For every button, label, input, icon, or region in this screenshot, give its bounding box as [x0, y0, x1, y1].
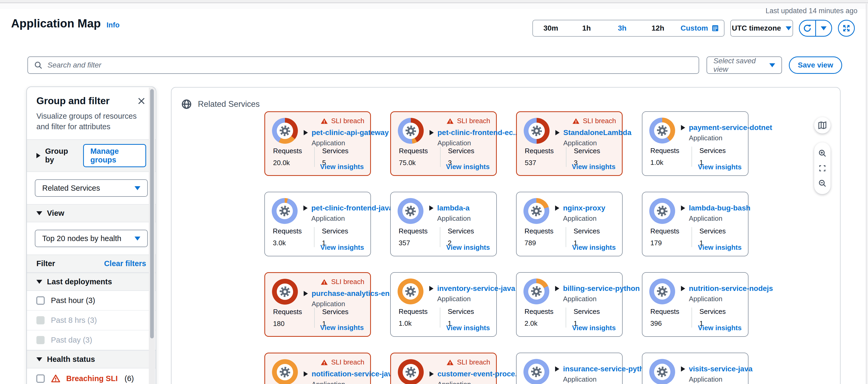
view-insights-link[interactable]: View insights	[320, 163, 364, 171]
view-insights-link[interactable]: View insights	[572, 163, 616, 171]
chevron-right-icon[interactable]	[555, 286, 559, 291]
chevron-right-icon[interactable]	[430, 130, 434, 135]
view-insights-link[interactable]: View insights	[572, 244, 616, 252]
chevron-right-icon[interactable]	[304, 130, 308, 135]
manage-groups-button[interactable]: Manage groups	[83, 144, 146, 167]
chevron-right-icon[interactable]	[681, 125, 685, 130]
service-card[interactable]: lambda-aApplicationRequests357Services2V…	[390, 192, 497, 256]
chevron-right-icon[interactable]	[681, 286, 685, 291]
time-range-12h[interactable]: 12h	[640, 24, 676, 32]
requests-label: Requests	[399, 147, 433, 155]
save-view-button[interactable]: Save view	[789, 57, 842, 74]
service-card[interactable]: SLI breachpet-clinic-api-gatewayApplicat…	[265, 111, 371, 176]
search-input[interactable]: Search and filter	[27, 57, 699, 74]
time-range-custom[interactable]: Custom	[676, 24, 724, 32]
checkbox[interactable]	[36, 375, 44, 383]
view-section-header[interactable]: View	[27, 204, 156, 222]
chevron-right-icon[interactable]	[681, 366, 685, 372]
service-name-link[interactable]: visits-service-java	[681, 365, 752, 373]
fullscreen-button[interactable]	[838, 20, 855, 37]
service-name-link[interactable]: inventory-service-java	[429, 284, 515, 293]
view-select[interactable]: Top 20 nodes by health	[35, 230, 148, 247]
checkbox[interactable]	[36, 296, 44, 305]
service-name-link[interactable]: notification-service-java	[304, 370, 396, 378]
service-name-link[interactable]: purchase-analytics-en...	[304, 289, 396, 298]
chevron-right-icon[interactable]	[555, 130, 560, 135]
deployment-filter-row[interactable]: Past day (3)	[27, 330, 156, 350]
service-name-link[interactable]: pet-clinic-frontend-ec...	[430, 128, 519, 137]
chevron-right-icon[interactable]	[555, 205, 559, 211]
minimap-toggle-button[interactable]	[814, 117, 831, 133]
service-card[interactable]: SLI breachStandaloneLambdaApplicationReq…	[516, 111, 623, 176]
view-insights-link[interactable]: View insights	[698, 163, 742, 171]
service-name: notification-service-java	[312, 370, 396, 378]
group-by-select[interactable]: Related Services	[35, 179, 148, 197]
service-card[interactable]: visits-service-javaApplicationRequestsSe…	[642, 353, 748, 384]
view-insights-link[interactable]: View insights	[698, 324, 742, 332]
service-card[interactable]: lambda-bug-bashApplicationRequests179Ser…	[642, 192, 748, 256]
deployment-filter-row[interactable]: Past 8 hrs (3)	[27, 311, 156, 330]
service-card[interactable]: SLI breachcustomer-event-proce...Applica…	[390, 353, 497, 384]
service-card[interactable]: payment-service-dotnetApplicationRequest…	[642, 111, 748, 176]
view-insights-link[interactable]: View insights	[572, 324, 616, 332]
window-scrollbar[interactable]	[866, 4, 868, 384]
timezone-dropdown[interactable]: UTC timezone	[730, 20, 793, 37]
service-card[interactable]: inventory-service-javaApplicationRequest…	[390, 272, 497, 337]
service-name-link[interactable]: payment-service-dotnet	[681, 123, 772, 132]
service-card[interactable]: pet-clinic-frontend-javaApplicationReque…	[265, 192, 371, 256]
chevron-right-icon[interactable]	[304, 291, 308, 296]
group-by-toggle[interactable]: Group by	[36, 147, 73, 164]
fit-view-button[interactable]	[818, 164, 826, 172]
service-card[interactable]: SLI breachpurchase-analytics-en...Applic…	[265, 272, 371, 337]
service-name-link[interactable]: insurance-service-pyth...	[555, 365, 650, 373]
service-card[interactable]: nginx-proxyApplicationRequests789Service…	[516, 192, 623, 256]
info-link[interactable]: Info	[106, 21, 120, 29]
service-name-link[interactable]: nutrition-service-nodejs	[681, 284, 773, 293]
chevron-right-icon[interactable]	[304, 371, 308, 377]
chevron-right-icon[interactable]	[681, 205, 685, 211]
service-card[interactable]: SLI breachnotification-service-javaAppli…	[265, 353, 371, 384]
zoom-in-button[interactable]	[818, 149, 827, 158]
service-name-link[interactable]: billing-service-python	[555, 284, 640, 293]
service-card[interactable]: billing-service-pythonApplicationRequest…	[516, 272, 623, 337]
service-type-label: Application	[681, 295, 773, 303]
close-icon[interactable]	[137, 96, 146, 106]
health-status-section-header[interactable]: Health status	[27, 350, 156, 369]
view-insights-link[interactable]: View insights	[320, 324, 364, 332]
chevron-right-icon[interactable]	[430, 371, 434, 377]
service-name-link[interactable]: customer-event-proce...	[430, 370, 521, 378]
service-card[interactable]: SLI breachpet-clinic-frontend-ec...Appli…	[390, 111, 497, 176]
time-range-selector: 30m1h3h12hCustom	[532, 20, 724, 37]
view-insights-link[interactable]: View insights	[446, 244, 490, 252]
view-insights-link[interactable]: View insights	[698, 244, 742, 252]
clear-filters-link[interactable]: Clear filters	[104, 259, 146, 268]
sli-breach-label: SLI breach	[457, 358, 490, 366]
chevron-right-icon[interactable]	[303, 205, 308, 211]
chevron-right-icon[interactable]	[429, 205, 433, 211]
service-name-link[interactable]: pet-clinic-api-gateway	[304, 128, 389, 137]
time-range-1h[interactable]: 1h	[568, 24, 604, 32]
last-deployments-section-header[interactable]: Last deployments	[27, 273, 156, 291]
service-name-link[interactable]: nginx-proxy	[555, 204, 605, 212]
view-insights-link[interactable]: View insights	[446, 163, 490, 171]
service-name-link[interactable]: StandaloneLambda	[555, 128, 631, 137]
chevron-right-icon[interactable]	[429, 286, 433, 291]
view-insights-link[interactable]: View insights	[320, 244, 364, 252]
health-filter-row[interactable]: Breaching SLI(6)	[27, 369, 156, 384]
refresh-options-button[interactable]	[815, 21, 832, 36]
health-donut	[523, 279, 549, 305]
service-name-link[interactable]: lambda-a	[429, 204, 471, 212]
view-insights-link[interactable]: View insights	[446, 324, 490, 332]
saved-view-dropdown[interactable]: Select saved view	[707, 57, 782, 74]
time-range-3h[interactable]: 3h	[604, 24, 640, 32]
service-name-link[interactable]: lambda-bug-bash	[681, 204, 750, 212]
service-name-link[interactable]: pet-clinic-frontend-java	[303, 204, 393, 212]
chevron-right-icon[interactable]	[555, 366, 559, 372]
refresh-button[interactable]	[800, 21, 815, 36]
deployment-filter-row[interactable]: Past hour (3)	[27, 291, 156, 311]
time-range-30m[interactable]: 30m	[533, 24, 568, 32]
service-card[interactable]: insurance-service-pyth...ApplicationRequ…	[516, 353, 623, 384]
service-card[interactable]: nutrition-service-nodejsApplicationReque…	[642, 272, 748, 337]
panel-scrollbar-thumb[interactable]	[150, 89, 154, 339]
zoom-out-button[interactable]	[818, 179, 827, 188]
